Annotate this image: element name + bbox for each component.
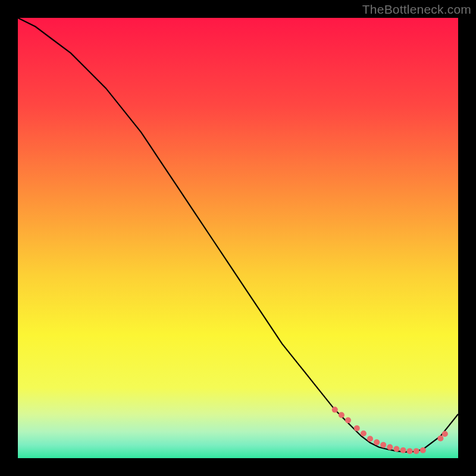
highlight-dots [332,407,448,455]
highlight-dot [367,436,373,441]
highlight-dot [339,412,345,418]
highlight-dot [393,446,399,452]
plot-area [18,18,458,458]
bottleneck-curve [18,18,458,452]
highlight-dot [414,448,419,454]
highlight-dot [407,448,413,454]
highlight-dot [437,436,443,441]
highlight-dot [442,431,448,437]
highlight-dot [420,447,426,453]
highlight-dot [361,431,367,437]
chart-container: TheBottleneck.com [0,0,476,476]
highlight-dot [387,444,393,450]
highlight-dot [345,417,351,423]
highlight-dot [380,442,386,448]
highlight-dot [332,407,338,413]
highlight-dot [354,425,360,431]
watermark-text: TheBottleneck.com [362,2,471,17]
highlight-dot [400,447,406,453]
highlight-dot [374,439,380,445]
curve-layer [18,18,458,458]
